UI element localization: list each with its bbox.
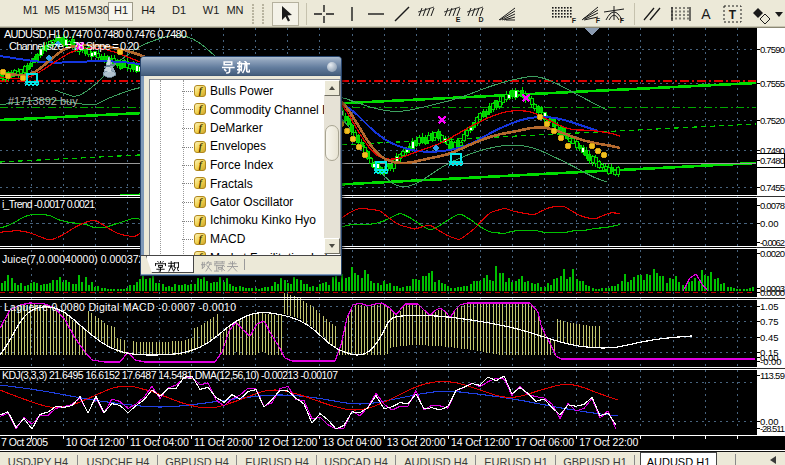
svg-text:KDJ(3,3,3) 21.6495 16.6152 17.: KDJ(3,3,3) 21.6495 16.6152 17.6487 14.54… xyxy=(2,369,338,381)
svg-text:F: F xyxy=(620,17,625,24)
svg-text:F: F xyxy=(596,17,601,24)
svg-text:-0.0062: -0.0062 xyxy=(760,237,785,248)
svg-text:Channel size = 78 Slope = 0.20: Channel size = 78 Slope = 0.20 xyxy=(9,40,139,52)
svg-text:0.75: 0.75 xyxy=(760,316,779,327)
svg-text:11 Oct 04:00: 11 Oct 04:00 xyxy=(130,436,189,448)
svg-text:0.0078: 0.0078 xyxy=(760,200,785,211)
svg-text:7 Oct 2005: 7 Oct 2005 xyxy=(1,436,48,448)
svg-text:0.7520: 0.7520 xyxy=(760,115,785,126)
svg-text:#1713892 buy: #1713892 buy xyxy=(8,95,78,107)
svg-text:0.45: 0.45 xyxy=(760,332,779,343)
svg-text:M30: M30 xyxy=(87,4,108,16)
svg-text:-28.511: -28.511 xyxy=(760,423,785,434)
svg-text:AUDUSD,H1 0.7470 0.7480 0.7476: AUDUSD,H1 0.7470 0.7480 0.7476 0.7480 xyxy=(4,28,187,40)
svg-text:MN: MN xyxy=(226,4,243,16)
svg-text:113.59: 113.59 xyxy=(760,370,785,381)
svg-text:A: A xyxy=(701,6,711,22)
svg-text:-0.00: -0.00 xyxy=(760,356,782,367)
svg-text:0.00: 0.00 xyxy=(760,218,779,229)
svg-text:17 Oct 06:00: 17 Oct 06:00 xyxy=(515,436,574,448)
svg-text:10 Oct 12:00: 10 Oct 12:00 xyxy=(66,436,125,448)
svg-text:14 Oct 12:00: 14 Oct 12:00 xyxy=(451,436,510,448)
svg-text:17 Oct 22:00: 17 Oct 22:00 xyxy=(579,436,638,448)
svg-text:i_Trend -0.0017 0.0021: i_Trend -0.0017 0.0021 xyxy=(2,198,95,210)
svg-text:0.7555: 0.7555 xyxy=(760,78,785,89)
svg-text:M1: M1 xyxy=(23,4,38,16)
svg-text:F: F xyxy=(572,17,577,24)
svg-text:T: T xyxy=(729,8,737,22)
svg-text:13 Oct 04:00: 13 Oct 04:00 xyxy=(323,436,382,448)
svg-text:M5: M5 xyxy=(45,4,60,16)
svg-text:H4: H4 xyxy=(141,4,155,16)
svg-text:D: D xyxy=(478,16,483,23)
svg-text:12 Oct 12:00: 12 Oct 12:00 xyxy=(258,436,317,448)
svg-text:0.0020: 0.0020 xyxy=(760,248,785,259)
svg-text:W1: W1 xyxy=(203,4,220,16)
svg-text:0.7455: 0.7455 xyxy=(760,182,785,193)
svg-text:13 Oct 20:00: 13 Oct 20:00 xyxy=(387,436,446,448)
svg-text:E: E xyxy=(456,16,461,23)
svg-text:11 Oct 20:00: 11 Oct 20:00 xyxy=(194,436,253,448)
svg-text:Laguerre 0.0080 Digital MACD: Laguerre 0.0080 Digital MACD -0.0007 -0.… xyxy=(4,301,236,313)
svg-text:0.7590: 0.7590 xyxy=(760,44,785,55)
svg-text:H1: H1 xyxy=(114,4,128,16)
svg-text:1.05: 1.05 xyxy=(760,301,779,312)
svg-text:0.7480: 0.7480 xyxy=(760,155,785,166)
svg-text:0.0000: 0.0000 xyxy=(760,287,785,298)
svg-text:D1: D1 xyxy=(172,4,186,16)
svg-text:M15: M15 xyxy=(65,4,86,16)
